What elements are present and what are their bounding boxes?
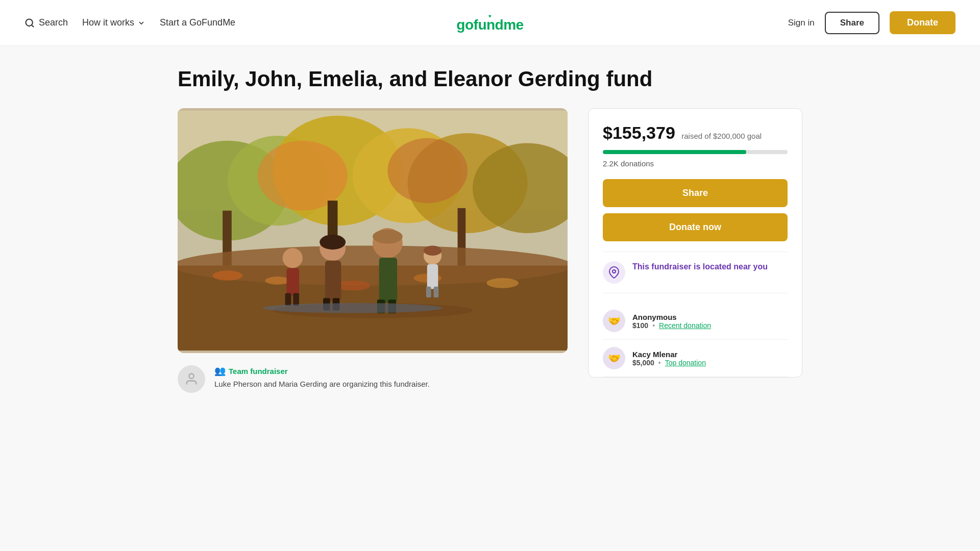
svg-rect-32: [379, 258, 397, 303]
svg-rect-39: [433, 287, 438, 298]
amount-section: $155,379 raised of $200,000 goal: [603, 123, 788, 143]
start-label: Start a GoFundMe: [160, 17, 235, 28]
svg-point-10: [258, 141, 348, 211]
content-grid: 👥 Team fundraiser Luke Pherson and Maria…: [178, 108, 802, 393]
dot-1: •: [658, 359, 661, 367]
progress-bar-container: [603, 150, 788, 154]
donor-info-1: Kacy Mlenar $5,000 • Top donation: [632, 350, 706, 367]
donor-name-1: Kacy Mlenar: [632, 350, 706, 359]
how-it-works-label: How it works: [82, 17, 134, 28]
search-label: Search: [39, 17, 68, 28]
share-card-button[interactable]: Share: [603, 179, 788, 207]
team-label: Team fundraiser: [229, 367, 288, 375]
team-icon: 👥: [214, 365, 226, 377]
svg-point-43: [189, 374, 193, 379]
donation-card: $155,379 raised of $200,000 goal 2.2K do…: [588, 108, 802, 378]
share-nav-button[interactable]: Share: [825, 12, 879, 34]
amount-raised: $155,379: [603, 123, 675, 142]
svg-rect-27: [325, 261, 341, 300]
donor-row-1: 🤝 Kacy Mlenar $5,000 • Top donation: [603, 340, 788, 377]
organizer-avatar: [178, 365, 205, 393]
location-text: This fundraiser is located near you: [632, 261, 768, 272]
donor-amount-row-1: $5,000 • Top donation: [632, 359, 706, 367]
svg-point-17: [213, 271, 243, 281]
svg-rect-24: [285, 293, 291, 306]
svg-point-40: [424, 246, 442, 256]
location-pin-icon: [608, 266, 620, 279]
donor-amount-row-0: $100 • Recent donation: [632, 321, 711, 330]
svg-point-21: [486, 278, 519, 288]
team-badge: 👥 Team fundraiser: [214, 365, 430, 377]
recent-donors-section: 🤝 Anonymous $100 • Recent donation 🤝 Kac…: [603, 293, 788, 377]
svg-point-35: [373, 230, 403, 243]
svg-line-1: [32, 24, 34, 27]
location-notice: This fundraiser is located near you: [603, 252, 788, 293]
campaign-image: [178, 108, 568, 353]
svg-point-18: [265, 277, 290, 285]
location-icon-wrap: [603, 261, 625, 284]
svg-point-11: [387, 138, 468, 203]
svg-rect-25: [293, 293, 299, 306]
chevron-down-icon: [137, 19, 145, 27]
main-content: Emily, John, Emelia, and Eleanor Gerding…: [153, 46, 827, 413]
progress-bar-fill: [603, 150, 746, 154]
how-it-works-nav-item[interactable]: How it works: [82, 17, 145, 28]
navbar: Search How it works Start a GoFundMe ♥ g…: [0, 0, 980, 46]
donor-tag-1[interactable]: Top donation: [665, 359, 706, 367]
page-title: Emily, John, Emelia, and Eleanor Gerding…: [178, 66, 802, 92]
search-nav-item[interactable]: Search: [24, 17, 68, 28]
svg-point-30: [320, 235, 346, 249]
svg-rect-38: [426, 287, 431, 298]
donor-amount-1: $5,000: [632, 359, 654, 367]
donor-avatar-1: 🤝: [603, 347, 625, 369]
organizer-row: 👥 Team fundraiser Luke Pherson and Maria…: [178, 365, 568, 393]
dot-0: •: [652, 321, 655, 330]
organizer-description: Luke Pherson and Maria Gerding are organ…: [214, 379, 430, 390]
donate-nav-button[interactable]: Donate: [890, 11, 955, 34]
donor-avatar-0: 🤝: [603, 310, 625, 332]
donate-now-button[interactable]: Donate now: [603, 213, 788, 241]
svg-point-22: [283, 248, 303, 268]
organizer-info: 👥 Team fundraiser Luke Pherson and Maria…: [214, 365, 430, 390]
logo[interactable]: ♥ gofundme: [456, 14, 523, 32]
svg-point-42: [263, 303, 443, 313]
signin-button[interactable]: Sign in: [788, 18, 815, 28]
search-icon: [24, 18, 35, 28]
donor-row: 🤝 Anonymous $100 • Recent donation: [603, 303, 788, 340]
donations-count: 2.2K donations: [603, 159, 788, 168]
donor-info-0: Anonymous $100 • Recent donation: [632, 313, 711, 330]
svg-rect-37: [427, 264, 438, 289]
family-photo-svg: [178, 108, 568, 353]
start-gofundme-nav-item[interactable]: Start a GoFundMe: [160, 17, 235, 28]
svg-point-44: [612, 270, 616, 273]
goal-text: raised of $200,000 goal: [681, 132, 762, 140]
donor-tag-0[interactable]: Recent donation: [659, 321, 711, 330]
left-column: 👥 Team fundraiser Luke Pherson and Maria…: [178, 108, 568, 393]
svg-rect-23: [287, 268, 299, 296]
logo-text: gofundme: [456, 18, 523, 32]
donor-name-0: Anonymous: [632, 313, 711, 321]
donor-amount-0: $100: [632, 321, 648, 330]
